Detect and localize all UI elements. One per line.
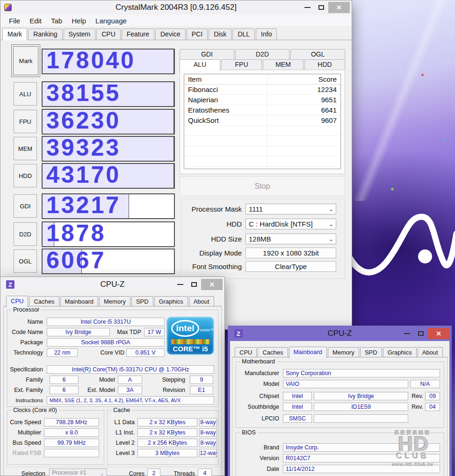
mark-button[interactable]: Mark [11,44,40,77]
fpu-button[interactable]: FPU [14,110,37,133]
result-tab-gdi[interactable]: GDI [180,49,234,59]
tab-info[interactable]: Info [256,28,277,40]
tab-feature[interactable]: Feature [122,28,154,40]
core-speed-label: Core Speed [9,418,41,426]
close-icon: ✕ [436,330,441,337]
alu-score-value: 38155 [46,81,121,107]
gdi-score-box: 13217 [42,193,175,219]
tab-spd[interactable]: SPD [131,296,153,307]
chevron-down-icon: ⌄ [329,220,333,229]
tab-disk[interactable]: Disk [209,28,231,40]
cpuz-window-cpu-tab: Z CPU-Z ✕ CPU Caches Mainboard Memory SP… [0,277,225,476]
minimize-button[interactable] [300,2,314,13]
main-tab-strip: Mark Ranking System CPU Feature Device P… [0,27,352,40]
core-vid-field: 0.851 V [126,348,165,357]
revision-label: Revision [148,386,185,394]
item-cell: Fibonacci [184,85,267,94]
minimize-button[interactable] [173,279,187,290]
menu-edit[interactable]: Edit [25,15,46,27]
table-empty-row [184,126,340,136]
tab-cpu[interactable]: CPU [96,28,121,40]
tab-dll[interactable]: DLL [232,28,255,40]
tab-about[interactable]: About [189,296,214,307]
result-tab-fpu[interactable]: FPU [221,59,262,70]
group-label: BIOS [240,429,258,436]
multiplier-label: Multiplier [9,428,41,437]
name-field: Intel Core i5 3317U [47,318,165,326]
result-tab-ogl[interactable]: OGL [290,49,345,59]
l1-inst-way-field: 8-way [199,428,217,437]
core-vid-label: Core VID [79,348,124,357]
selection-combo[interactable]: Processor #1 ⌄ [49,469,107,476]
tab-memory[interactable]: Memory [99,296,130,307]
tab-cpu[interactable]: CPU [235,347,257,358]
tab-pci[interactable]: PCI [187,28,208,40]
tab-about[interactable]: About [418,347,443,358]
cores-label: Cores [123,469,144,476]
tab-caches[interactable]: Caches [29,296,59,307]
display-mode-label: Display Mode [181,248,242,258]
tab-spd[interactable]: SPD [360,347,382,358]
bios-group: BIOS Brand Insyde Corp. Version R0142C7 … [236,433,444,476]
menu-tab[interactable]: Tab [46,15,67,27]
max-tdp-label: Max TDP [112,328,141,336]
chipset-label: Chipset [238,392,279,400]
crystalmark-title: CrystalMark 2004R3 [0.9.126.452] [0,3,352,12]
model-field: A [118,376,142,384]
alu-score-box: 38155 [42,81,175,107]
d2d-button[interactable]: D2D [14,222,37,246]
result-tab-d2d[interactable]: D2D [235,49,290,59]
stop-button[interactable]: Stop [180,176,345,196]
tab-mainboard[interactable]: Mainboard [60,296,98,307]
cpuz-client-area: CPU Caches Mainboard Memory SPD Graphics… [230,341,449,476]
divider [4,467,221,467]
tab-graphics[interactable]: Graphics [154,296,188,307]
processor-mask-value: 1111 [249,205,263,213]
tab-system[interactable]: System [64,28,96,40]
close-button[interactable]: ✕ [201,279,223,290]
ogl-button[interactable]: OGL [14,249,37,273]
result-tab-alu[interactable]: ALU [180,59,220,71]
processor-mask-combo[interactable]: 1111 ⌄ [246,204,336,214]
tab-mainboard[interactable]: Mainboard [289,347,327,358]
hdd-size-combo[interactable]: 128MB ⌄ [246,234,336,244]
mem-button[interactable]: MEM [14,137,37,160]
gdi-button[interactable]: GDI [14,194,37,218]
maximize-button[interactable] [414,328,428,339]
tab-mark[interactable]: Mark [2,28,27,40]
maximize-button[interactable] [314,2,328,13]
d2d-score-value: 1878 [46,221,106,247]
tab-graphics[interactable]: Graphics [383,347,417,358]
tab-memory[interactable]: Memory [328,347,359,358]
tab-device[interactable]: Device [155,28,186,40]
close-button[interactable]: ✕ [328,2,350,13]
close-button[interactable]: ✕ [428,328,449,339]
result-tab-hdd[interactable]: HDD [304,59,345,70]
lpcio-field: SMSC [283,414,312,423]
tab-cpu[interactable]: CPU [6,296,28,307]
cpuz-titlebar[interactable]: Z CPU-Z ✕ [0,277,224,292]
group-label: Motherboard [240,358,277,365]
southbridge-label: Southbridge [238,403,279,411]
group-label: Processor [11,306,41,313]
cores-field: 2 [147,469,160,476]
menu-file[interactable]: File [4,15,25,27]
crystalmark-titlebar[interactable]: CrystalMark 2004R3 [0.9.126.452] ✕ [0,0,352,14]
tab-ranking[interactable]: Ranking [28,28,62,40]
maximize-icon [318,5,324,10]
hdd-button[interactable]: HDD [14,164,37,187]
menu-help[interactable]: Help [67,15,91,27]
cpuz-titlebar[interactable]: Z CPU-Z ✕ [228,326,452,341]
tab-caches[interactable]: Caches [258,347,288,358]
maximize-button[interactable] [187,279,201,290]
result-tab-mem[interactable]: MEM [263,59,303,70]
southbridge-rev-label: Rev. [410,403,423,411]
alu-button[interactable]: ALU [14,82,37,106]
southbridge-rev-field: 04 [425,403,440,411]
minimize-button[interactable] [400,328,414,339]
bus-speed-field: 99.79 MHz [44,439,99,447]
family-field: 6 [50,376,79,384]
menu-language[interactable]: Language [91,15,131,27]
hdd-combo[interactable]: C : HardDisk [NTFS] ⌄ [246,219,336,229]
code-name-field: Ivy Bridge [47,328,110,336]
